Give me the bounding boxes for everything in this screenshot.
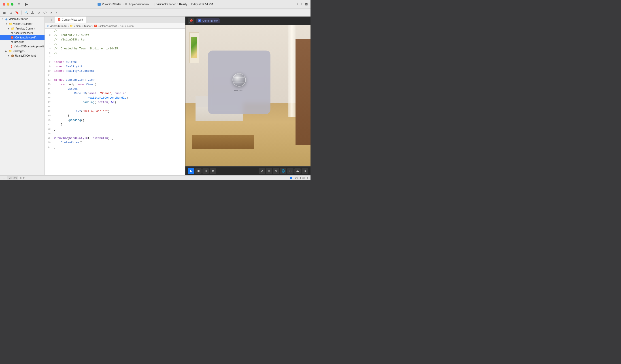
preview-controls-left: ▶ ◼ ⊞ 🗑 xyxy=(188,168,216,174)
preview-device-button[interactable]: ⊞ xyxy=(203,168,209,174)
code-line-5: 5 // Created by Team nStudio on 1/14/25. xyxy=(45,47,185,51)
minimize-button[interactable] xyxy=(7,3,9,6)
code-line-7: 7 xyxy=(45,55,185,60)
chevron-right-icon: ▶ xyxy=(8,28,10,30)
preview-stop-button[interactable]: ◼ xyxy=(195,168,202,174)
chevron-down-icon-2: ▼ xyxy=(5,23,7,25)
code-line-13: 13 var body: some View { xyxy=(45,82,185,87)
globe-grid-vertical xyxy=(239,74,239,86)
code-line-26: 26 ContentView() xyxy=(45,140,185,145)
code-icon[interactable]: </> xyxy=(42,10,48,15)
code-line-12: 12 struct ContentView: View { xyxy=(45,78,185,82)
bookmark-icon[interactable]: 🔖 xyxy=(14,10,20,15)
sidebar-item-infoplist[interactable]: ⊟ Info.plist xyxy=(0,40,45,44)
dashed-square-icon[interactable]: ⬚ xyxy=(55,10,60,15)
code-line-9: 9 import RealityKit xyxy=(45,64,185,69)
breadcrumb-folder-icon: 📁 xyxy=(70,24,73,27)
chevron-right-icon-2: ▶ xyxy=(5,50,7,52)
build-timestamp: Today at 12:51 PM xyxy=(190,3,213,6)
filter-area[interactable]: ⊟ Filter xyxy=(7,176,18,180)
code-line-16: 16 realityKitContentBundle) xyxy=(45,96,185,100)
preview-pan-button[interactable]: ✥ xyxy=(273,168,279,174)
sidebar: ▼ ◈ VisionOSStarter ▼ 📁 VisionOSStarter … xyxy=(0,17,45,175)
sidebar-toggle-icon[interactable]: ⊞ xyxy=(17,2,21,6)
sidebar-label-contentview: ContentView.swift xyxy=(15,36,36,39)
preview-inspect-button[interactable]: 🗑 xyxy=(210,168,216,174)
package-icon: 📦 xyxy=(11,54,14,57)
preview-bottom-toolbar: ▶ ◼ ⊞ 🗑 ↺ ⊕ ✥ 🌐 ⊖ ⛰ □▾ xyxy=(186,166,310,175)
sidebar-item-root-project[interactable]: ▼ ◈ VisionOSStarter xyxy=(0,17,45,21)
visionos-window-panel: hello, world xyxy=(208,50,271,114)
sidebar-toggle-area: ⊞ xyxy=(17,2,21,6)
preview-landscape-button[interactable]: ⛰ xyxy=(294,168,301,174)
plist-icon: ⊟ xyxy=(11,41,13,44)
sidebar-label-packages: Packages xyxy=(13,50,25,53)
code-line-24: 24 xyxy=(45,132,185,136)
folder-icon-2: 📁 xyxy=(11,27,15,30)
curtain xyxy=(288,25,295,117)
main-layout: ▼ ◈ VisionOSStarter ▼ 📁 VisionOSStarter … xyxy=(0,17,310,175)
sidebar-item-contentview[interactable]: S ContentView.swift xyxy=(0,35,45,40)
sidebar-item-packages[interactable]: ▶ 📁 Packages xyxy=(0,49,45,53)
status-left: + ⊟ Filter ⊕ ⊞ xyxy=(2,176,25,180)
project-icon xyxy=(98,3,101,6)
status-right: Line: 1 Col: 1 xyxy=(290,177,308,179)
close-button[interactable] xyxy=(3,3,5,6)
code-line-6: 6 // xyxy=(45,51,185,55)
build-status: Ready xyxy=(179,3,187,6)
run-button[interactable]: ▶ xyxy=(25,2,29,6)
preview-content-view-label[interactable]: ◈ ContentView xyxy=(196,18,220,23)
device-title: Apple Vision Pro xyxy=(129,3,149,6)
code-line-3: 3 // VisionOSStarter xyxy=(45,38,185,42)
sidebar-item-realitykit[interactable]: ▶ 📦 RealityKitContent xyxy=(0,53,45,58)
sidebar-label-assets: Assets.xcassets xyxy=(14,32,33,35)
warning-icon[interactable]: ⚠ xyxy=(30,10,35,15)
sidebar-item-visionos-folder[interactable]: ▼ 📁 VisionOSStarter xyxy=(0,21,45,26)
grid-view-icon[interactable]: ⊞ xyxy=(2,10,7,15)
preview-rotate-button[interactable]: ↺ xyxy=(259,168,265,174)
bookshelf xyxy=(295,39,310,145)
sidebar-label-app: VisionOSStarterApp.swift xyxy=(14,45,44,48)
forward-arrow[interactable]: › xyxy=(50,18,53,22)
split-view-button[interactable]: ⊟ xyxy=(305,2,308,6)
sidebar-label-visionos: VisionOSStarter xyxy=(13,22,33,25)
sidebar-item-assets[interactable]: ⊞ Assets.xcassets xyxy=(0,31,45,35)
window-icon[interactable]: □ xyxy=(8,10,13,15)
fullscreen-button[interactable] xyxy=(11,3,13,6)
project-title: VisionOSStarter xyxy=(102,3,121,6)
message-icon[interactable]: ✉ xyxy=(49,10,54,15)
packages-folder-icon: 📁 xyxy=(8,50,12,53)
code-editor[interactable]: 1 // 2 // ContentView.swift 3 // VisionO… xyxy=(45,29,185,175)
preview-play-button[interactable]: ▶ xyxy=(188,168,194,174)
tab-contentview[interactable]: S ContentView.swift xyxy=(55,17,86,23)
search-icon[interactable]: 🔍 xyxy=(23,10,29,15)
add-file-button[interactable]: + xyxy=(2,176,6,180)
preview-device-type-button[interactable]: □▾ xyxy=(302,168,308,174)
breadcrumb-part-3[interactable]: ContentView.swift xyxy=(98,25,117,27)
more-options-button[interactable]: ⊕ xyxy=(19,176,22,180)
preview-globe-button[interactable]: 🌐 xyxy=(280,168,286,174)
breadcrumb-part-2[interactable]: VisionOSStarter xyxy=(74,25,91,27)
tab-label-contentview: ContentView.swift xyxy=(62,18,83,21)
breadcrumb-part-1[interactable]: VisionOSStarter xyxy=(50,25,67,27)
back-arrow[interactable]: ‹ xyxy=(47,18,50,22)
assets-icon: ⊞ xyxy=(11,32,13,35)
preview-pin-button[interactable]: 📌 xyxy=(188,18,194,24)
wall-art xyxy=(189,32,199,63)
preview-zoom-in-button[interactable]: ⊕ xyxy=(266,168,272,174)
sidebar-item-app-swift[interactable]: S VisionOSStarterApp.swift xyxy=(0,44,45,49)
filter-icon: ⊟ xyxy=(8,176,11,179)
folder-icon: 📁 xyxy=(9,22,12,25)
plus-button[interactable]: + xyxy=(300,2,303,6)
code-line-8: 8 import SwiftUI xyxy=(45,60,185,64)
diamond-icon[interactable]: ◇ xyxy=(36,10,41,15)
sidebar-item-preview-content[interactable]: ▶ 📁 Preview Content xyxy=(0,26,45,31)
code-line-15: 15 Model3D(named: "Scene", bundle: xyxy=(45,91,185,96)
editor-preview-container: ‹ › S ContentView.swift ◈ VisionOSStarte… xyxy=(45,17,310,175)
swift-tab-icon: S xyxy=(58,18,60,21)
nav-arrows: ‹ › xyxy=(45,17,55,23)
layout-button[interactable]: ⊞ xyxy=(23,176,25,180)
preview-zoom-out-button[interactable]: ⊖ xyxy=(287,168,293,174)
breadcrumb-project-icon: ◈ xyxy=(47,24,49,27)
appearance-toggle[interactable]: ☽ xyxy=(295,2,298,6)
